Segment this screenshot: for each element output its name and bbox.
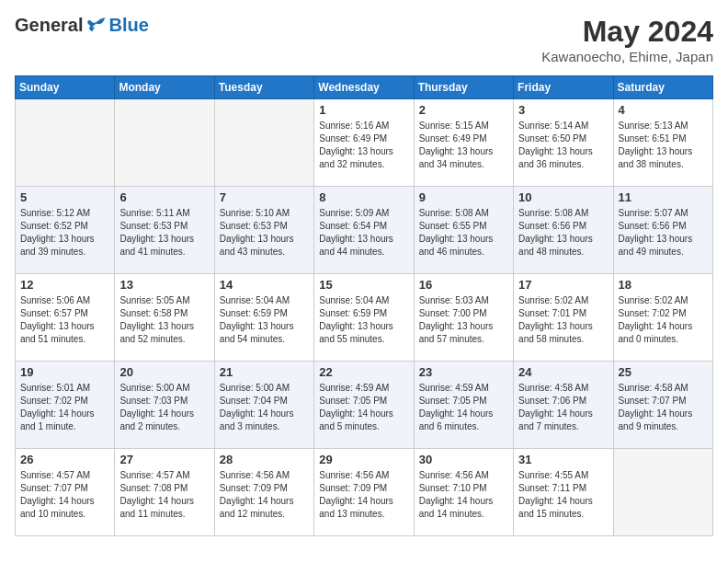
day-info: Sunrise: 5:13 AMSunset: 6:51 PMDaylight:…	[619, 120, 708, 171]
day-cell-7: 7Sunrise: 5:10 AMSunset: 6:53 PMDaylight…	[214, 187, 313, 274]
day-info: Sunrise: 5:08 AMSunset: 6:55 PMDaylight:…	[419, 207, 508, 259]
day-number: 20	[119, 365, 209, 379]
day-number: 16	[419, 278, 508, 292]
day-number: 12	[20, 278, 109, 292]
day-cell-8: 8Sunrise: 5:09 AMSunset: 6:54 PMDaylight…	[314, 187, 414, 274]
day-cell-9: 9Sunrise: 5:08 AMSunset: 6:55 PMDaylight…	[414, 187, 513, 274]
week-row-2: 5Sunrise: 5:12 AMSunset: 6:52 PMDaylight…	[16, 187, 713, 274]
title-area: May 2024 Kawanoecho, Ehime, Japan	[541, 15, 713, 64]
day-number: 4	[619, 103, 708, 117]
day-info: Sunrise: 5:09 AMSunset: 6:54 PMDaylight:…	[319, 207, 408, 259]
empty-cell	[214, 99, 313, 187]
header-thursday: Thursday	[414, 76, 513, 99]
day-cell-30: 30Sunrise: 4:56 AMSunset: 7:10 PMDayligh…	[414, 449, 513, 536]
day-number: 21	[220, 365, 309, 379]
day-cell-4: 4Sunrise: 5:13 AMSunset: 6:51 PMDaylight…	[613, 99, 712, 187]
calendar: Sunday Monday Tuesday Wednesday Thursday…	[15, 75, 713, 536]
day-number: 3	[518, 103, 608, 117]
day-info: Sunrise: 4:57 AMSunset: 7:08 PMDaylight:…	[119, 469, 209, 521]
day-number: 14	[220, 278, 309, 292]
day-info: Sunrise: 4:55 AMSunset: 7:11 PMDaylight:…	[518, 469, 608, 521]
day-info: Sunrise: 5:04 AMSunset: 6:59 PMDaylight:…	[220, 294, 309, 346]
day-number: 23	[419, 365, 508, 379]
day-number: 7	[220, 190, 309, 204]
location: Kawanoecho, Ehime, Japan	[541, 49, 713, 64]
day-info: Sunrise: 5:06 AMSunset: 6:57 PMDaylight:…	[20, 294, 109, 346]
day-info: Sunrise: 5:02 AMSunset: 7:02 PMDaylight:…	[619, 294, 708, 346]
day-info: Sunrise: 5:04 AMSunset: 6:59 PMDaylight:…	[319, 294, 408, 346]
day-number: 29	[319, 453, 408, 466]
day-number: 30	[419, 453, 508, 466]
day-info: Sunrise: 5:08 AMSunset: 6:56 PMDaylight:…	[518, 207, 608, 259]
day-cell-26: 26Sunrise: 4:57 AMSunset: 7:07 PMDayligh…	[16, 449, 115, 536]
day-cell-27: 27Sunrise: 4:57 AMSunset: 7:08 PMDayligh…	[115, 449, 214, 536]
day-number: 26	[20, 453, 109, 466]
day-cell-10: 10Sunrise: 5:08 AMSunset: 6:56 PMDayligh…	[514, 187, 613, 274]
day-cell-23: 23Sunrise: 4:59 AMSunset: 7:05 PMDayligh…	[414, 362, 513, 449]
day-number: 19	[20, 365, 109, 379]
day-info: Sunrise: 4:56 AMSunset: 7:10 PMDaylight:…	[419, 469, 508, 521]
month-title: May 2024	[541, 15, 713, 49]
day-info: Sunrise: 5:11 AMSunset: 6:53 PMDaylight:…	[119, 207, 209, 259]
day-info: Sunrise: 5:07 AMSunset: 6:56 PMDaylight:…	[619, 207, 708, 259]
day-cell-19: 19Sunrise: 5:01 AMSunset: 7:02 PMDayligh…	[16, 362, 115, 449]
day-number: 2	[419, 103, 508, 117]
day-number: 11	[619, 190, 708, 204]
day-cell-25: 25Sunrise: 4:58 AMSunset: 7:07 PMDayligh…	[613, 362, 712, 449]
day-number: 25	[619, 365, 708, 379]
day-info: Sunrise: 4:58 AMSunset: 7:06 PMDaylight:…	[518, 382, 608, 433]
logo-bird-icon	[85, 17, 107, 35]
day-number: 9	[419, 190, 508, 204]
day-number: 1	[319, 103, 408, 117]
day-cell-21: 21Sunrise: 5:00 AMSunset: 7:04 PMDayligh…	[214, 362, 313, 449]
day-cell-13: 13Sunrise: 5:05 AMSunset: 6:58 PMDayligh…	[115, 274, 214, 362]
day-cell-22: 22Sunrise: 4:59 AMSunset: 7:05 PMDayligh…	[314, 362, 414, 449]
day-info: Sunrise: 5:10 AMSunset: 6:53 PMDaylight:…	[220, 207, 309, 259]
header-sunday: Sunday	[16, 76, 115, 99]
day-number: 18	[619, 278, 708, 292]
day-info: Sunrise: 4:56 AMSunset: 7:09 PMDaylight:…	[220, 469, 309, 521]
day-number: 24	[518, 365, 608, 379]
logo-blue: Blue	[108, 15, 148, 36]
day-cell-11: 11Sunrise: 5:07 AMSunset: 6:56 PMDayligh…	[613, 187, 712, 274]
header-saturday: Saturday	[613, 76, 712, 99]
day-info: Sunrise: 4:58 AMSunset: 7:07 PMDaylight:…	[619, 382, 708, 433]
day-number: 28	[220, 453, 309, 466]
empty-cell	[16, 99, 115, 187]
day-info: Sunrise: 5:00 AMSunset: 7:03 PMDaylight:…	[119, 382, 209, 433]
day-cell-17: 17Sunrise: 5:02 AMSunset: 7:01 PMDayligh…	[514, 274, 613, 362]
day-number: 10	[518, 190, 608, 204]
day-info: Sunrise: 5:12 AMSunset: 6:52 PMDaylight:…	[20, 207, 109, 259]
calendar-header-row: Sunday Monday Tuesday Wednesday Thursday…	[16, 76, 713, 99]
day-cell-20: 20Sunrise: 5:00 AMSunset: 7:03 PMDayligh…	[115, 362, 214, 449]
day-number: 6	[119, 190, 209, 204]
day-number: 15	[319, 278, 408, 292]
day-info: Sunrise: 5:16 AMSunset: 6:49 PMDaylight:…	[319, 120, 408, 171]
day-info: Sunrise: 4:56 AMSunset: 7:09 PMDaylight:…	[319, 469, 408, 521]
empty-cell	[115, 99, 214, 187]
day-number: 31	[518, 453, 608, 466]
week-row-3: 12Sunrise: 5:06 AMSunset: 6:57 PMDayligh…	[16, 274, 713, 362]
day-info: Sunrise: 5:03 AMSunset: 7:00 PMDaylight:…	[419, 294, 508, 346]
day-number: 13	[119, 278, 209, 292]
day-info: Sunrise: 5:14 AMSunset: 6:50 PMDaylight:…	[518, 120, 608, 171]
day-cell-16: 16Sunrise: 5:03 AMSunset: 7:00 PMDayligh…	[414, 274, 513, 362]
day-cell-1: 1Sunrise: 5:16 AMSunset: 6:49 PMDaylight…	[314, 99, 414, 187]
header-wednesday: Wednesday	[314, 76, 414, 99]
header-tuesday: Tuesday	[214, 76, 313, 99]
logo: General Blue	[15, 15, 149, 36]
day-number: 17	[518, 278, 608, 292]
day-cell-29: 29Sunrise: 4:56 AMSunset: 7:09 PMDayligh…	[314, 449, 414, 536]
header-friday: Friday	[514, 76, 613, 99]
day-info: Sunrise: 5:01 AMSunset: 7:02 PMDaylight:…	[20, 382, 109, 433]
day-cell-6: 6Sunrise: 5:11 AMSunset: 6:53 PMDaylight…	[115, 187, 214, 274]
day-info: Sunrise: 5:05 AMSunset: 6:58 PMDaylight:…	[119, 294, 209, 346]
day-cell-14: 14Sunrise: 5:04 AMSunset: 6:59 PMDayligh…	[214, 274, 313, 362]
day-cell-12: 12Sunrise: 5:06 AMSunset: 6:57 PMDayligh…	[16, 274, 115, 362]
day-cell-28: 28Sunrise: 4:56 AMSunset: 7:09 PMDayligh…	[214, 449, 313, 536]
day-info: Sunrise: 4:57 AMSunset: 7:07 PMDaylight:…	[20, 469, 109, 521]
day-info: Sunrise: 5:00 AMSunset: 7:04 PMDaylight:…	[220, 382, 309, 433]
day-cell-2: 2Sunrise: 5:15 AMSunset: 6:49 PMDaylight…	[414, 99, 513, 187]
day-number: 22	[319, 365, 408, 379]
empty-cell	[613, 449, 712, 536]
